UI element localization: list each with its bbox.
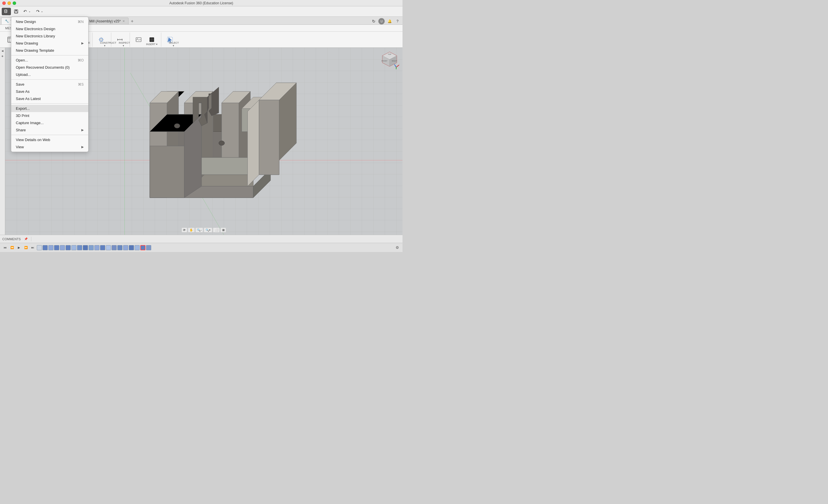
sync-button[interactable]: ↻: [370, 18, 377, 25]
svg-text:←→: ←→: [119, 38, 122, 39]
svg-point-21: [137, 38, 138, 39]
menu-new-electronics-library[interactable]: New Electronics Library: [11, 33, 88, 40]
save-button[interactable]: [12, 8, 20, 15]
animation-bar: ⏮ ⏪ ▶ ⏩ ⏭ ⚙: [0, 243, 403, 252]
svg-rect-2: [15, 10, 17, 11]
user-avatar[interactable]: U: [378, 18, 385, 25]
anim-start-button[interactable]: ⏮: [2, 245, 8, 250]
insert-mesh-icon: [148, 36, 155, 43]
pan-button[interactable]: ✋: [188, 228, 195, 232]
grid-button[interactable]: ⊞: [220, 228, 226, 232]
keyframe-item[interactable]: [83, 245, 88, 250]
tool-insert-image[interactable]: [132, 35, 145, 44]
keyframe-item[interactable]: [54, 245, 59, 250]
svg-rect-0: [5, 10, 7, 13]
canvas-controls: ⟳ ✋ 🔍- 🔍+ ⬜ ⊞: [181, 228, 226, 232]
menu-view[interactable]: View ▶: [11, 143, 88, 150]
keyframe-item[interactable]: [129, 245, 134, 250]
menu-save-as-latest[interactable]: Save As Latest: [11, 95, 88, 102]
menu-new-design[interactable]: New Design ⌘N: [11, 18, 88, 25]
menu-item-label: View Details on Web: [16, 138, 50, 142]
maximize-button[interactable]: [13, 1, 16, 5]
notifications-button[interactable]: 🔔: [386, 18, 394, 25]
menu-open[interactable]: Open... ⌘O: [11, 57, 88, 64]
menu-item-label: Save As: [16, 89, 30, 94]
keyframe-item[interactable]: [106, 245, 111, 250]
close-button[interactable]: [2, 1, 6, 5]
comments-toggle[interactable]: 📌: [24, 237, 28, 240]
3d-model: [132, 74, 311, 224]
menu-item-label: Export...: [16, 106, 30, 110]
svg-line-71: [395, 64, 396, 67]
minimize-button[interactable]: [7, 1, 11, 5]
keyframe-item[interactable]: [48, 245, 53, 250]
menu-save[interactable]: Save ⌘S: [11, 81, 88, 88]
keyframe-item[interactable]: [43, 245, 48, 250]
anim-play-button[interactable]: ▶: [16, 245, 22, 250]
menu-upload[interactable]: Upload...: [11, 71, 88, 78]
sidebar-item-1[interactable]: ◈: [1, 54, 4, 58]
svg-text:RIGHT: RIGHT: [392, 60, 397, 62]
keyframe-item[interactable]: [112, 245, 117, 250]
keyframe-item[interactable]: [71, 245, 77, 250]
left-sidebar: ◀ ◈: [0, 48, 5, 235]
menu-save-as[interactable]: Save As: [11, 88, 88, 95]
anim-end-button[interactable]: ⏭: [30, 245, 36, 250]
new-tab-button[interactable]: +: [129, 18, 135, 25]
menu-3d-print[interactable]: 3D Print: [11, 112, 88, 119]
menu-share[interactable]: Share ▶: [11, 127, 88, 134]
keyframe-item[interactable]: [60, 245, 65, 250]
orbit-button[interactable]: ⟳: [181, 228, 187, 232]
keyframe-item[interactable]: [134, 245, 140, 250]
menu-separator-3: [11, 103, 88, 104]
menu-new-electronics-design[interactable]: New Electronics Design: [11, 25, 88, 33]
view-cube[interactable]: TOP FRONT RIGHT X: [379, 51, 400, 71]
redo-button[interactable]: [34, 8, 45, 15]
keyframe-item[interactable]: [37, 245, 42, 250]
tab-close-button[interactable]: ✕: [122, 19, 125, 23]
keyframe-item[interactable]: [140, 245, 146, 250]
anim-next-button[interactable]: ⏩: [23, 245, 29, 250]
settings-button[interactable]: ⚙: [395, 245, 400, 250]
file-menu-button[interactable]: [2, 8, 11, 15]
menu-item-label: New Electronics Library: [16, 34, 55, 38]
tool-inspect[interactable]: ←→: [114, 35, 126, 44]
select-icon: [166, 36, 173, 43]
menu-export[interactable]: Export...: [11, 105, 88, 112]
keyframe-item[interactable]: [94, 245, 99, 250]
tool-construct[interactable]: [95, 35, 108, 44]
top-toolbar: [0, 6, 403, 17]
menu-capture-image[interactable]: Capture Image...: [11, 119, 88, 127]
keyframe-item[interactable]: [117, 245, 122, 250]
svg-text:FRONT: FRONT: [381, 60, 387, 62]
zoom-out-button[interactable]: 🔍-: [195, 228, 203, 232]
submenu-arrow: ▶: [81, 145, 84, 149]
keyframe-item[interactable]: [66, 245, 71, 250]
keyframe-item[interactable]: [123, 245, 128, 250]
menu-separator-1: [11, 55, 88, 55]
menu-open-recovered[interactable]: Open Recovered Documents (0): [11, 64, 88, 71]
file-dropdown-menu: New Design ⌘N New Electronics Design New…: [11, 17, 89, 152]
menu-item-label: New Drawing Template: [16, 48, 54, 53]
menu-view-details[interactable]: View Details on Web: [11, 136, 88, 143]
menu-item-label: Save: [16, 82, 25, 87]
tool-insert-mesh[interactable]: [146, 35, 158, 44]
sidebar-toggle[interactable]: ◀: [1, 49, 4, 53]
construct-icon: [98, 36, 105, 43]
menu-new-drawing-template[interactable]: New Drawing Template: [11, 47, 88, 54]
keyframe-item[interactable]: [89, 245, 94, 250]
menu-item-label: Save As Latest: [16, 97, 41, 101]
svg-marker-59: [248, 100, 259, 186]
undo-button[interactable]: [21, 8, 33, 15]
display-mode-button[interactable]: ⬜: [213, 228, 220, 232]
menu-new-drawing[interactable]: New Drawing ▶: [11, 40, 88, 47]
anim-prev-button[interactable]: ⏪: [9, 245, 15, 250]
tool-select[interactable]: [164, 35, 176, 44]
zoom-in-button[interactable]: 🔍+: [204, 228, 212, 232]
menu-item-label: Upload...: [16, 73, 31, 77]
keyframe-item[interactable]: [146, 245, 151, 250]
keyframe-item[interactable]: [77, 245, 82, 250]
menu-shortcut: ⌘S: [78, 83, 84, 87]
help-button[interactable]: ?: [395, 18, 400, 25]
keyframe-item[interactable]: [100, 245, 105, 250]
